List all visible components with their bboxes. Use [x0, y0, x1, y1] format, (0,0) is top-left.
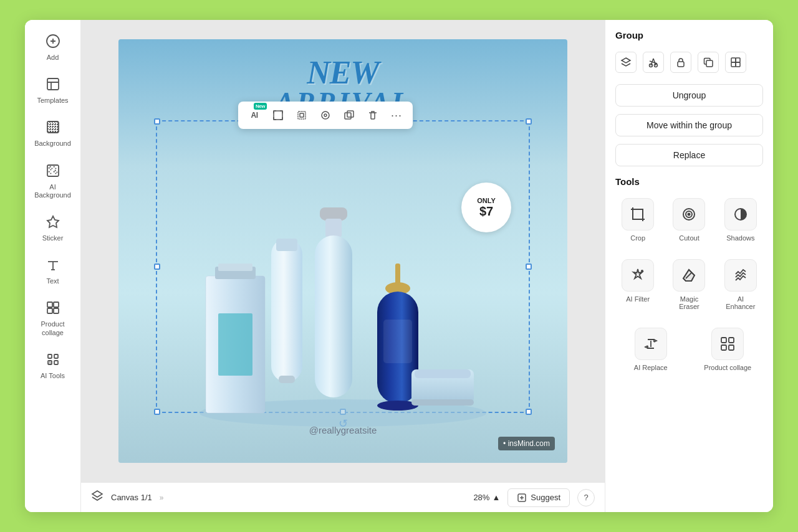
tool-crop[interactable]: Crop	[615, 194, 660, 245]
svg-rect-73	[736, 62, 740, 67]
ai-enhancer-label: AI Enhancer	[722, 295, 759, 310]
layers-icon[interactable]	[91, 490, 103, 505]
svg-rect-74	[731, 62, 736, 67]
new-badge: New	[254, 103, 267, 110]
canvas-viewport[interactable]: NEW ARRIVAL AI New	[81, 20, 605, 482]
sidebar-item-add[interactable]: Add	[29, 27, 77, 68]
svg-rect-35	[298, 112, 305, 119]
tool-shadows[interactable]: Shadows	[718, 194, 763, 245]
expand-toolbar-btn[interactable]	[268, 105, 288, 125]
svg-rect-51	[320, 207, 347, 220]
canvas-area: NEW ARRIVAL AI New	[81, 20, 605, 512]
svg-rect-72	[731, 58, 736, 62]
svg-rect-47	[271, 239, 302, 382]
sidebar-item-ai-tools[interactable]: AI AI Tools	[29, 346, 77, 386]
ai-toolbar-btn[interactable]: AI New	[244, 105, 264, 125]
zoom-chevron-icon: ▲	[492, 493, 500, 502]
group-paste-btn[interactable]	[725, 52, 746, 73]
shadows-label: Shadows	[726, 234, 754, 242]
handle-top-left[interactable]	[154, 118, 160, 125]
svg-point-79	[688, 214, 690, 216]
svg-line-21	[54, 166, 56, 169]
svg-rect-75	[736, 58, 740, 62]
group-lock-btn[interactable]	[670, 52, 691, 73]
tool-ai-replace[interactable]: AI Replace	[615, 324, 686, 375]
help-button-label: ?	[584, 493, 588, 502]
svg-line-19	[55, 170, 57, 173]
watermark-logo: • insMind.com	[498, 437, 555, 450]
svg-rect-30	[54, 354, 58, 358]
handle-mid-right[interactable]	[526, 264, 532, 270]
sidebar-item-background[interactable]: Background	[29, 113, 77, 154]
handle-top-right[interactable]	[526, 118, 532, 125]
group-section-title: Group	[615, 30, 763, 40]
svg-rect-28	[54, 308, 59, 313]
sidebar-item-product-collage[interactable]: Product collage	[29, 294, 77, 343]
group-copy-btn[interactable]	[698, 52, 719, 73]
sidebar-item-product-collage-label: Product collage	[32, 320, 74, 336]
move-within-button[interactable]: Move within the group	[615, 114, 763, 136]
svg-marker-62	[92, 491, 102, 497]
handle-bottom-left[interactable]	[154, 409, 160, 415]
help-button[interactable]: ?	[577, 489, 595, 506]
tools-grid-row2: AI Filter Magic Eraser	[615, 255, 763, 314]
ai-replace-icon-box	[635, 328, 667, 360]
svg-rect-76	[633, 209, 643, 219]
group-cut-btn[interactable]	[643, 52, 664, 73]
sidebar-item-background-label: Background	[34, 140, 71, 148]
floating-toolbar: AI New	[238, 102, 413, 129]
svg-rect-34	[274, 111, 282, 120]
group-layers-btn[interactable]	[615, 52, 637, 73]
svg-rect-88	[721, 345, 726, 350]
svg-rect-49	[279, 376, 295, 383]
circle-toolbar-btn[interactable]	[315, 105, 335, 125]
ai-tools-icon: AI	[46, 352, 60, 369]
tool-magic-eraser[interactable]: Magic Eraser	[666, 255, 711, 314]
svg-rect-60	[415, 369, 471, 378]
svg-rect-44	[218, 313, 252, 376]
sidebar-item-templates[interactable]: Templates	[29, 70, 77, 111]
svg-rect-27	[47, 308, 52, 313]
svg-rect-39	[345, 113, 351, 119]
tool-product-collage[interactable]: Product collage	[693, 324, 764, 375]
canvas-headline: NEW	[307, 54, 378, 91]
product-collage-tool-label: Product collage	[704, 364, 751, 371]
ungroup-button[interactable]: Ungroup	[615, 84, 763, 107]
crop-label: Crop	[630, 234, 645, 242]
product-collage-tool-icon-box	[711, 328, 744, 360]
svg-rect-40	[347, 111, 353, 117]
suggest-button[interactable]: Suggest	[507, 488, 570, 507]
delete-toolbar-btn[interactable]	[363, 105, 383, 125]
sidebar-item-ai-background[interactable]: AI Background	[29, 157, 77, 206]
shadows-icon-box	[724, 198, 757, 230]
handle-bottom-right[interactable]	[526, 409, 532, 415]
handle-mid-left[interactable]	[154, 264, 160, 270]
duplicate-toolbar-btn[interactable]	[339, 105, 359, 125]
more-toolbar-btn[interactable]: ···	[387, 105, 406, 125]
sidebar-item-add-label: Add	[47, 54, 59, 62]
sidebar-item-text-label: Text	[46, 277, 59, 285]
tools-grid-row1: Crop Cutout	[615, 194, 763, 245]
replace-button[interactable]: Replace	[615, 144, 763, 166]
canvas-label: Canvas 1/1	[111, 493, 152, 502]
tool-cutout[interactable]: Cutout	[666, 194, 711, 245]
text-icon	[46, 257, 60, 275]
sidebar-item-sticker[interactable]: Sticker	[29, 208, 77, 249]
canvas-frame[interactable]: NEW ARRIVAL AI New	[118, 39, 567, 463]
cutout-icon-box	[673, 198, 705, 230]
price-only-label: ONLY	[477, 197, 496, 204]
sidebar-item-text[interactable]: Text	[29, 251, 77, 292]
magic-eraser-label: Magic Eraser	[670, 295, 708, 310]
sticker-icon	[46, 214, 60, 232]
right-panel: Group	[605, 20, 773, 512]
product-collage-icon	[46, 300, 60, 318]
zoom-level: 28%	[473, 493, 489, 502]
svg-marker-64	[622, 58, 630, 63]
tool-ai-filter[interactable]: AI Filter	[615, 255, 660, 314]
sidebar-item-templates-label: Templates	[37, 97, 68, 105]
zoom-control[interactable]: 28% ▲	[473, 493, 500, 502]
select-all-toolbar-btn[interactable]	[292, 105, 312, 125]
tool-ai-enhancer[interactable]: AI Enhancer	[718, 255, 763, 314]
svg-rect-61	[411, 399, 474, 406]
svg-rect-32	[54, 361, 58, 364]
